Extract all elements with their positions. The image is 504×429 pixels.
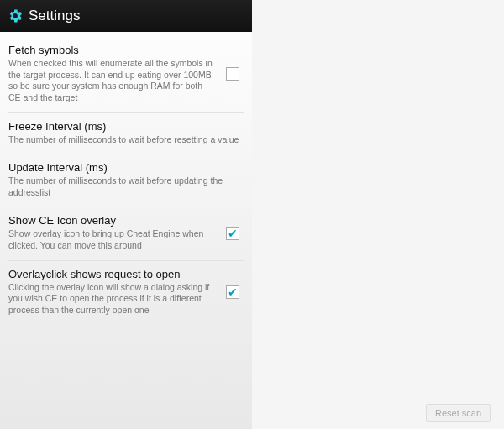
setting-freeze-interval[interactable]: Freeze Interval (ms) The number of milli… xyxy=(8,113,244,155)
setting-fetch-symbols[interactable]: Fetch symbols When checked this will enu… xyxy=(8,37,244,113)
setting-show-overlay[interactable]: Show CE Icon overlay Show overlay icon t… xyxy=(8,207,244,260)
gear-icon xyxy=(7,8,24,24)
setting-title: Fetch symbols xyxy=(8,44,215,56)
setting-desc: When checked this will enumerate all the… xyxy=(8,58,215,104)
setting-title: Show CE Icon overlay xyxy=(8,214,215,227)
setting-title: Update Interval (ms) xyxy=(8,161,244,174)
left-title: Settings xyxy=(29,8,80,24)
setting-overlayclick[interactable]: Overlayclick shows request to open Click… xyxy=(8,261,244,325)
setting-desc: The number of milliseconds to wait befor… xyxy=(8,134,244,146)
checkbox[interactable] xyxy=(226,67,239,81)
setting-desc: Clicking the overlay icon will show a di… xyxy=(8,282,215,317)
setting-update-interval[interactable]: Update Interval (ms) The number of milli… xyxy=(8,154,244,207)
checkbox[interactable]: ✔ xyxy=(226,227,239,240)
checkbox[interactable]: ✔ xyxy=(226,285,239,299)
settings-list: Fetch symbols When checked this will enu… xyxy=(0,32,252,325)
setting-desc: Show overlay icon to bring up Cheat Engi… xyxy=(8,228,215,251)
left-header: Settings xyxy=(0,0,252,32)
setting-title: Overlayclick shows request to open xyxy=(8,268,215,280)
setting-title: Freeze Interval (ms) xyxy=(8,120,244,133)
reset-scan-button[interactable]: Reset scan xyxy=(426,404,491,422)
setting-desc: The number of milliseconds to wait befor… xyxy=(8,175,244,198)
